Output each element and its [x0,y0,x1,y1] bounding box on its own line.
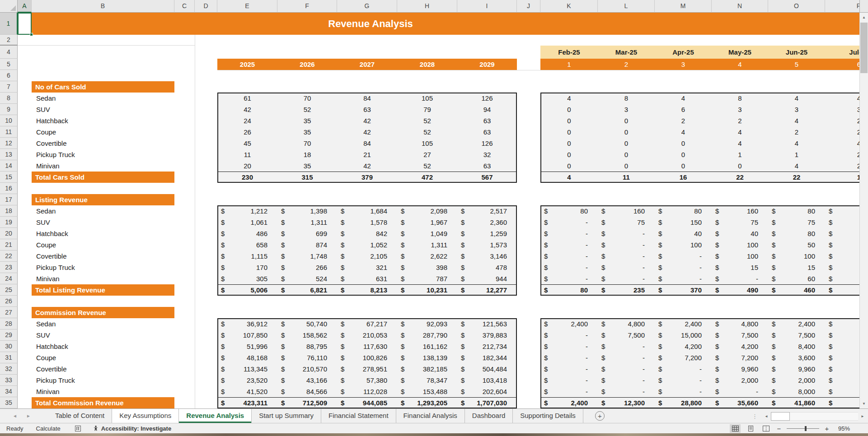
data-cell[interactable]: $3,146 [457,250,517,262]
data-cell[interactable]: $370 [655,284,712,296]
data-cell[interactable]: 63 [337,104,397,115]
data-cell[interactable]: 4 [712,138,768,149]
data-cell[interactable]: $- [598,228,655,239]
row-label[interactable]: Sedan [32,205,174,217]
row-header-21[interactable]: 21 [0,239,18,250]
row-header-7[interactable]: 7 [0,81,18,93]
data-cell[interactable]: 0 [540,149,598,160]
data-cell[interactable]: 16 [655,172,712,183]
data-cell[interactable]: $- [540,228,598,239]
row-header-28[interactable]: 28 [0,318,18,329]
tab-nav-right-icon[interactable]: ► [22,409,35,423]
data-cell[interactable]: 472 [397,172,457,183]
data-cell[interactable]: 105 [397,138,457,149]
column-header-O[interactable]: O [768,0,825,13]
row-header-5[interactable]: 5 [0,59,18,70]
data-cell[interactable]: $- [540,250,598,262]
zoom-in-icon[interactable]: + [824,425,830,432]
data-cell[interactable]: $- [540,262,598,273]
zoom-out-icon[interactable]: − [776,425,782,432]
data-cell[interactable]: $1,398 [277,205,337,217]
month-index-cell[interactable]: 4 [712,59,768,70]
data-cell[interactable]: 0 [655,138,712,149]
data-cell[interactable]: 35 [277,126,337,138]
data-cell[interactable]: 11 [598,172,655,183]
data-cell[interactable]: $1,967 [397,217,457,228]
month-index-cell[interactable]: 3 [655,59,712,70]
data-cell[interactable]: $15,000 [655,329,712,341]
data-cell[interactable]: $2,400 [540,397,598,408]
data-cell[interactable]: 84 [337,138,397,149]
row-header-35[interactable]: 35 [0,397,18,408]
data-cell[interactable]: $2,360 [457,217,517,228]
month-header-cell[interactable]: May-25 [712,46,768,59]
row-header-26[interactable]: 26 [0,296,18,307]
row-label[interactable]: Covertible [32,138,174,149]
data-cell[interactable]: $1,115 [217,250,277,262]
data-cell[interactable]: 126 [457,138,517,149]
data-cell[interactable]: 24 [217,115,277,126]
column-header-K[interactable]: K [540,0,598,13]
column-header-L[interactable]: L [598,0,655,13]
data-cell[interactable]: $8,000 [768,386,825,397]
data-cell[interactable]: $10,231 [397,284,457,296]
data-cell[interactable]: $4,200 [655,341,712,352]
data-cell[interactable]: 0 [598,115,655,126]
data-cell[interactable]: 0 [598,160,655,172]
data-cell[interactable]: 2 [655,115,712,126]
data-cell[interactable]: $1,748 [277,250,337,262]
row-label[interactable]: Coupe [32,239,174,250]
data-cell[interactable]: $8,400 [768,341,825,352]
row-header-20[interactable]: 20 [0,228,18,239]
data-cell[interactable]: $699 [277,228,337,239]
row-header-6[interactable]: 6 [0,70,18,81]
data-cell[interactable]: $9,960 [768,363,825,375]
year-header-cell[interactable]: 2025 [217,59,277,70]
data-cell[interactable]: $150 [655,217,712,228]
data-cell[interactable]: $- [540,386,598,397]
data-cell[interactable]: 70 [277,93,337,104]
data-cell[interactable]: $- [598,262,655,273]
data-cell[interactable]: 11 [217,149,277,160]
data-cell[interactable]: $76,110 [277,352,337,363]
data-cell[interactable]: 20 [217,160,277,172]
data-cell[interactable]: $1,311 [397,239,457,250]
data-cell[interactable]: $4,200 [712,341,768,352]
data-cell[interactable]: $100 [655,239,712,250]
data-cell[interactable]: $2,400 [768,318,825,329]
column-header-J[interactable]: J [517,0,540,13]
data-cell[interactable]: 22 [712,172,768,183]
row-header-31[interactable]: 31 [0,352,18,363]
data-cell[interactable]: 32 [457,149,517,160]
data-cell[interactable]: 0 [598,138,655,149]
data-cell[interactable]: $160 [598,205,655,217]
data-cell[interactable]: 52 [397,160,457,172]
macro-record-icon[interactable] [75,426,81,431]
year-header-cell[interactable]: 2028 [397,59,457,70]
zoom-slider-handle[interactable] [805,426,807,431]
data-cell[interactable]: 3 [598,104,655,115]
data-cell[interactable]: 2 [712,115,768,126]
data-cell[interactable]: $1,573 [457,239,517,250]
data-cell[interactable]: $2,622 [397,250,457,262]
data-cell[interactable]: $12,300 [598,397,655,408]
data-cell[interactable]: 0 [712,160,768,172]
data-cell[interactable]: $1,707,030 [457,397,517,408]
new-sheet-button[interactable]: + [595,411,605,421]
data-cell[interactable]: $1,052 [337,239,397,250]
month-header-cell[interactable]: Feb-25 [540,46,598,59]
page-break-view-button[interactable] [760,424,771,433]
section-header[interactable]: No of Cars Sold [32,81,174,93]
row-header-34[interactable]: 34 [0,386,18,397]
row-label[interactable]: Covertible [32,250,174,262]
data-cell[interactable]: $- [540,329,598,341]
data-cell[interactable]: $2,105 [337,250,397,262]
row-header-13[interactable]: 13 [0,149,18,160]
data-cell[interactable]: 42 [337,160,397,172]
row-label[interactable]: Pickup Truck [32,262,174,273]
row-header-16[interactable]: 16 [0,183,18,194]
data-cell[interactable]: $- [598,386,655,397]
scroll-right-icon[interactable]: ► [858,412,867,421]
row-label[interactable]: Minivan [32,273,174,284]
normal-view-button[interactable] [730,424,741,433]
